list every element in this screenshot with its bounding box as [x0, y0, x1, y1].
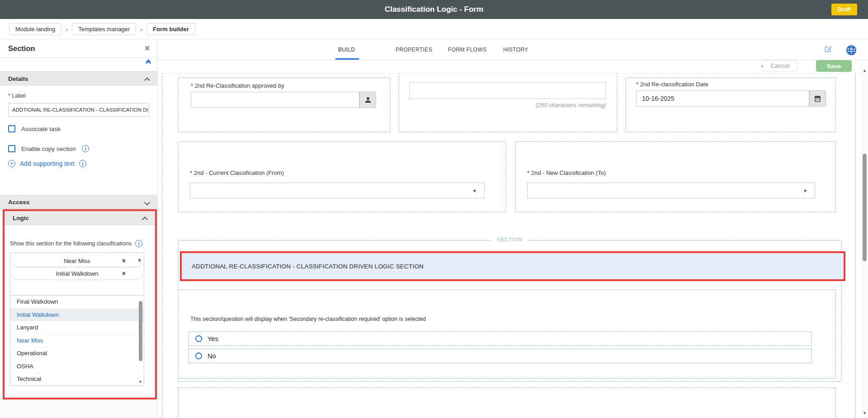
status-badge: Draft: [831, 4, 857, 15]
info-icon[interactable]: i: [79, 160, 86, 167]
double-chevron-up-icon[interactable]: [146, 60, 150, 65]
option-yes-label: Yes: [208, 335, 218, 343]
current-classification-box: [178, 141, 506, 212]
sidebar-footer-area: [0, 399, 157, 418]
person-picker-button[interactable]: [359, 92, 376, 108]
save-button[interactable]: Save: [816, 60, 852, 72]
plus-circle-icon: +: [8, 160, 15, 167]
app-header: Classification Logic - Form Draft: [0, 0, 868, 19]
tab-properties[interactable]: PROPERTIES: [396, 40, 432, 60]
new-classification-label: * 2nd - New Classification (To): [527, 169, 606, 176]
breadcrumb-templates-manager[interactable]: Templates manager: [72, 23, 136, 35]
option-row-no[interactable]: No: [188, 348, 812, 363]
panel-titlebar: Section ×: [0, 40, 157, 58]
list-item[interactable]: Near Miss: [10, 334, 144, 348]
enable-copy-section-label: Enable copy section: [21, 146, 76, 152]
enable-copy-section-checkbox[interactable]: [8, 145, 15, 152]
details-body: * Label ADDTIONAL RE-CLASSIFICATION - CL…: [0, 85, 157, 195]
selected-classifications-box[interactable]: Near Miss × Initial Walkdown × ×: [10, 253, 144, 296]
current-classification-select[interactable]: ▼: [190, 183, 485, 198]
add-supporting-text-link[interactable]: + Add supporting text i: [8, 160, 149, 167]
logic-body: Show this section for the following clas…: [5, 240, 155, 398]
page-title: Classification Logic - Form: [0, 0, 868, 19]
associate-task-label: Associate task: [21, 126, 61, 132]
globe-icon[interactable]: [845, 44, 857, 58]
cancel-button[interactable]: Cancel: [763, 60, 797, 72]
selected-chip-label: Initial Walkdown: [56, 270, 98, 277]
app-root: Classification Logic - Form Draft Module…: [0, 0, 868, 418]
approved-by-label: * 2nd Re-Classification approved by: [191, 82, 284, 89]
scrollbar-thumb[interactable]: [863, 154, 867, 261]
section-label-input[interactable]: ADDTIONAL RE-CLASSIFICATION - CLASSIFICA…: [8, 103, 149, 117]
selected-chip: Near Miss ×: [12, 255, 142, 267]
section-header-highlighted[interactable]: ADDTIONAL RE-CLASSIFICATION - CLASSIFICA…: [180, 251, 845, 281]
remove-icon[interactable]: ×: [122, 270, 126, 277]
list-item[interactable]: Operational: [10, 347, 144, 360]
tab-history[interactable]: HISTORY: [503, 40, 528, 60]
chevron-down-icon: [144, 200, 150, 206]
caret-down-icon: ▼: [472, 188, 477, 193]
breadcrumb: Module landing › Templates manager › For…: [0, 19, 868, 40]
accordion-details[interactable]: Details: [0, 71, 157, 85]
list-item[interactable]: OSHA: [10, 360, 144, 373]
classification-instruction: Show this section for the following clas…: [10, 240, 132, 247]
breadcrumb-form-builder[interactable]: Form builder: [146, 23, 195, 35]
person-icon: [364, 96, 372, 104]
comments-textarea[interactable]: [409, 82, 606, 99]
info-icon[interactable]: i: [82, 145, 89, 152]
tab-build[interactable]: BUILD: [338, 40, 355, 60]
remove-icon[interactable]: ×: [122, 257, 126, 264]
approved-by-input[interactable]: [191, 92, 359, 108]
section-tag: SECTION: [492, 237, 528, 242]
chevron-right-icon: ›: [66, 25, 68, 33]
associate-task-checkbox[interactable]: [8, 125, 15, 132]
chevron-up-icon: [142, 216, 148, 222]
scroll-down-icon[interactable]: ▼: [861, 411, 868, 415]
tab-form-flows[interactable]: FORM FLOWS: [448, 40, 486, 60]
collapse-all-row: [0, 58, 157, 71]
edit-compose-icon[interactable]: [823, 44, 833, 56]
option-row-yes[interactable]: Yes: [188, 331, 812, 346]
panel-title: Section: [8, 44, 35, 52]
action-bar: Cancel Save: [158, 60, 868, 74]
form-canvas: * 2nd Re-Classification approved by (250…: [158, 74, 868, 418]
list-item[interactable]: Final Walkdown: [10, 296, 144, 309]
label-field-caption: * Label: [8, 93, 149, 99]
accordion-access-title: Access: [8, 199, 29, 206]
characters-remaining-note: (250 characters remaining): [409, 102, 606, 108]
section-properties-panel: Section × Details * Label ADDTIONAL RE-C…: [0, 40, 158, 418]
close-icon[interactable]: ×: [144, 42, 150, 54]
list-item[interactable]: Initial Walkdown: [10, 309, 144, 322]
radio-icon[interactable]: [195, 352, 202, 359]
tab-bar: BUILD PROPERTIES FORM FLOWS HISTORY: [158, 40, 868, 60]
list-item[interactable]: Lanyard: [10, 321, 144, 334]
list-item[interactable]: Technical: [10, 373, 144, 386]
caret-down-icon: ▼: [803, 188, 807, 193]
question-text: This section/question will display when …: [190, 316, 426, 322]
next-section-box: [178, 387, 836, 418]
current-classification-label: * 2nd - Current Classification (From): [190, 169, 284, 176]
vertical-scrollbar[interactable]: ▲ ▼: [861, 66, 868, 418]
chevron-right-icon: ›: [140, 25, 142, 33]
accordion-details-title: Details: [8, 75, 28, 82]
clear-all-icon[interactable]: ×: [138, 257, 141, 263]
selected-chip: Initial Walkdown ×: [12, 268, 142, 279]
breadcrumb-module-landing[interactable]: Module landing: [9, 23, 61, 35]
radio-icon[interactable]: [195, 335, 202, 342]
selected-chip-label: Near Miss: [64, 258, 90, 264]
info-icon[interactable]: i: [135, 240, 142, 247]
scrollbar-thumb[interactable]: [139, 301, 142, 361]
calendar-button[interactable]: [809, 90, 826, 107]
classification-option-list: Final Walkdown Initial Walkdown Lanyard …: [10, 296, 144, 386]
accordion-access[interactable]: Access: [0, 195, 157, 209]
date-label: * 2nd Re-classification Date: [636, 81, 708, 88]
main-area: BUILD PROPERTIES FORM FLOWS HISTORY Canc…: [158, 40, 868, 418]
active-tab-underline: [335, 58, 359, 60]
accordion-logic-title: Logic: [13, 215, 29, 221]
scroll-down-icon[interactable]: ▼: [138, 380, 142, 384]
new-classification-select[interactable]: ▼: [527, 183, 815, 198]
chevron-up-icon: [144, 77, 150, 83]
date-input[interactable]: 10-16-2025: [636, 90, 809, 107]
accordion-logic[interactable]: Logic: [5, 211, 155, 225]
scroll-up-icon[interactable]: ▲: [861, 68, 868, 73]
